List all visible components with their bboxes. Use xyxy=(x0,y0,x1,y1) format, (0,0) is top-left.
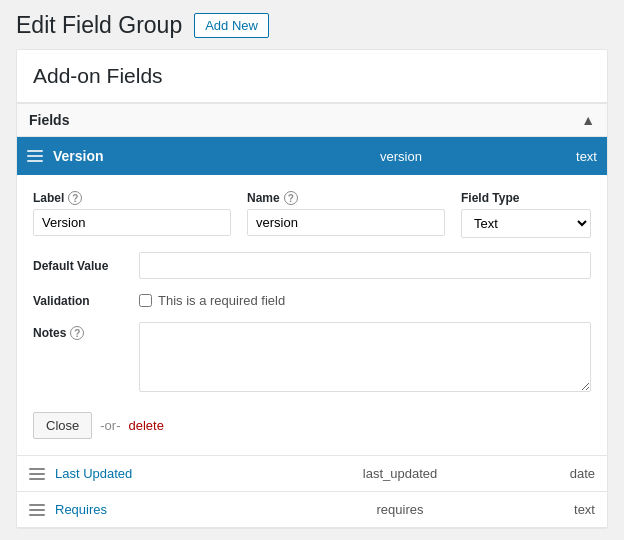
active-field-row[interactable]: Version version text xyxy=(17,137,607,175)
fields-label: Fields xyxy=(29,112,69,128)
drag-handle-icon[interactable] xyxy=(27,150,43,162)
field-row-name-requires: Requires xyxy=(55,502,285,517)
field-edit-form: Label ? Name ? Field Type Text xyxy=(17,175,607,456)
close-button[interactable]: Close xyxy=(33,412,92,439)
required-field-label[interactable]: This is a required field xyxy=(158,293,285,308)
fields-section-header: Fields ▲ xyxy=(17,103,607,137)
delete-link[interactable]: delete xyxy=(128,418,163,433)
notes-help-icon[interactable]: ? xyxy=(70,326,84,340)
validation-row: Validation This is a required field xyxy=(33,293,591,308)
group-title-input[interactable] xyxy=(33,64,591,88)
field-type-select[interactable]: Text Number Email URL Password Date Sele… xyxy=(461,209,591,238)
default-value-label: Default Value xyxy=(33,259,123,273)
page-header: Edit Field Group Add New xyxy=(0,0,624,49)
field-type-label: Field Type xyxy=(461,191,591,205)
drag-handle-icon-2[interactable] xyxy=(29,468,45,480)
active-field-name: Version xyxy=(53,148,285,164)
active-field-key: version xyxy=(285,149,517,164)
field-row-type-last-updated: date xyxy=(515,466,595,481)
label-help-icon[interactable]: ? xyxy=(68,191,82,205)
group-title-bar xyxy=(17,50,607,103)
field-row-requires[interactable]: Requires requires text xyxy=(17,492,607,528)
field-row-type-requires: text xyxy=(515,502,595,517)
notes-label: Notes ? xyxy=(33,322,123,340)
validation-label: Validation xyxy=(33,294,123,308)
label-group: Label ? xyxy=(33,191,231,236)
default-value-row: Default Value xyxy=(33,252,591,279)
label-input[interactable] xyxy=(33,209,231,236)
notes-row: Notes ? xyxy=(33,322,591,392)
name-field-label: Name ? xyxy=(247,191,445,205)
label-field-label: Label ? xyxy=(33,191,231,205)
validation-checkbox-group: This is a required field xyxy=(139,293,285,308)
name-group: Name ? xyxy=(247,191,445,236)
field-row-key-last-updated: last_updated xyxy=(285,466,515,481)
fields-section: Fields ▲ Version version text Label ? xyxy=(17,103,607,528)
name-help-icon[interactable]: ? xyxy=(284,191,298,205)
or-text: -or- xyxy=(100,418,120,433)
default-value-input[interactable] xyxy=(139,252,591,279)
drag-handle-icon-3[interactable] xyxy=(29,504,45,516)
page-title: Edit Field Group xyxy=(16,12,182,39)
main-content: Fields ▲ Version version text Label ? xyxy=(16,49,608,529)
field-type-group: Field Type Text Number Email URL Passwor… xyxy=(461,191,591,238)
name-input[interactable] xyxy=(247,209,445,236)
field-row-last-updated[interactable]: Last Updated last_updated date xyxy=(17,456,607,492)
label-name-type-row: Label ? Name ? Field Type Text xyxy=(33,191,591,238)
add-new-button[interactable]: Add New xyxy=(194,13,269,38)
notes-textarea[interactable] xyxy=(139,322,591,392)
active-field-type: text xyxy=(517,149,597,164)
action-row: Close -or- delete xyxy=(33,406,591,439)
collapse-arrow[interactable]: ▲ xyxy=(581,112,595,128)
field-row-name-last-updated: Last Updated xyxy=(55,466,285,481)
required-field-checkbox[interactable] xyxy=(139,294,152,307)
field-row-key-requires: requires xyxy=(285,502,515,517)
